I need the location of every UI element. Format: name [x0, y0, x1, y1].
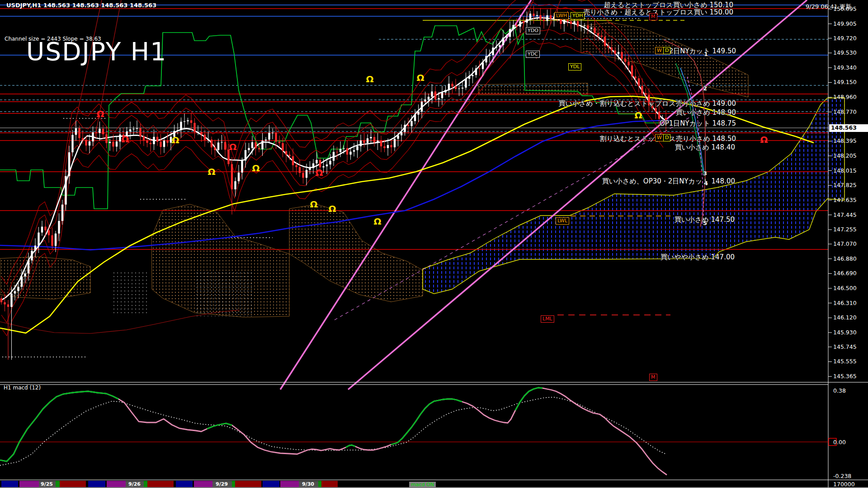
- level-badge-ydh: YDH: [571, 12, 585, 19]
- price-tick: 145.745: [833, 343, 857, 350]
- macd-axis-tick: -0.238: [833, 473, 851, 479]
- level-badge-w: W: [655, 134, 664, 141]
- level-badge-ydl: YDL: [568, 63, 581, 70]
- order-annotation: 買いやや小さめ 147.00: [660, 253, 735, 262]
- macd-on-badge[interactable]: macd ON: [409, 482, 436, 488]
- signal-marker-icon: Ω: [208, 166, 215, 177]
- signal-marker-icon: Ω: [315, 167, 323, 178]
- price-tick: 148.015: [833, 167, 857, 174]
- order-annotation: 買い小さめ 148.40: [675, 143, 735, 152]
- price-tick: 146.690: [833, 270, 857, 277]
- signal-marker-icon: Ω: [252, 163, 259, 174]
- current-price-tag: 148.563: [829, 124, 868, 132]
- price-tick: 148.395: [833, 137, 857, 144]
- order-annotation: 買い小さめ、OP30・2日NYカット 148.00: [602, 177, 735, 186]
- price-tick: 149.530: [833, 49, 857, 56]
- signal-marker-icon: Ω: [328, 203, 336, 214]
- price-tick: 145.555: [833, 358, 857, 365]
- date-label: 9/25: [41, 481, 53, 487]
- wave-count-number: 5: [703, 220, 707, 226]
- level-badge-lwh: LWH: [554, 12, 569, 19]
- date-label: 9/29: [216, 481, 228, 487]
- price-tick: 149.340: [833, 64, 857, 71]
- watermark-title: USDJPY H1: [26, 37, 167, 66]
- level-badge-lml: LML: [541, 315, 554, 323]
- signal-marker-icon: Ω: [171, 135, 179, 145]
- wave-count-number: 3: [703, 170, 707, 177]
- signal-marker-icon: Ω: [634, 110, 642, 121]
- level-badge-lwl: LWL: [556, 217, 569, 225]
- trading-chart-window: USDJPY,H1 148.563 148.563 148.563 148.56…: [0, 0, 868, 488]
- price-tick: 149.905: [833, 20, 857, 27]
- level-badge-m: M: [649, 374, 657, 381]
- signal-marker-icon: Ω: [373, 216, 381, 227]
- price-tick: 147.825: [833, 182, 857, 188]
- level-badge-ydc: YDC: [526, 51, 540, 58]
- signal-marker-icon: Ω: [96, 108, 104, 119]
- macd-axis-tick: 170000: [833, 481, 855, 488]
- price-tick: 148.960: [833, 94, 857, 100]
- level-badge-d: D: [663, 134, 670, 141]
- price-tick: 148.205: [833, 152, 857, 159]
- signal-marker-icon: Ω: [310, 199, 317, 210]
- price-tick: 147.445: [833, 211, 857, 218]
- chart-canvas[interactable]: [0, 0, 868, 488]
- signal-marker-icon: Ω: [416, 72, 424, 83]
- price-tick: 146.310: [833, 300, 857, 306]
- level-badge-d: D: [663, 47, 670, 54]
- order-annotation: OP2日NYカット 149.50: [660, 47, 736, 56]
- order-annotation: 売り小さめ・超えるとストップロス買い 150.00: [583, 8, 733, 17]
- macd-zero-tag: 0.00: [833, 439, 846, 446]
- price-tick: 147.070: [833, 240, 857, 247]
- wave-count-number: 1: [704, 51, 708, 57]
- price-tick: 146.120: [833, 314, 857, 321]
- date-label: 9/26: [128, 481, 141, 487]
- wave-count-number: 2: [703, 85, 707, 92]
- wave-count-number: 4: [704, 180, 708, 187]
- level-badge-w: W: [655, 47, 664, 54]
- macd-label: H1 macd (12): [4, 385, 41, 391]
- price-tick: 150.095: [833, 5, 857, 12]
- symbol-ohlc-text: USDJPY,H1 148.563 148.563 148.563 148.56…: [6, 2, 156, 9]
- level-badge-m: M: [649, 13, 657, 20]
- signal-marker-icon: Ω: [366, 74, 373, 84]
- signal-marker-icon: Ω: [121, 134, 129, 145]
- level-badge-ydo: YDO: [526, 27, 540, 34]
- macd-axis-tick: 0.38: [833, 387, 846, 394]
- signal-marker-icon: Ω: [760, 134, 768, 145]
- signal-marker-icon: Ω: [229, 141, 236, 152]
- price-tick: 149.720: [833, 35, 857, 42]
- price-tick: 146.500: [833, 285, 857, 291]
- order-annotation: 買い小さめ 148.90: [676, 108, 736, 117]
- price-tick: 147.635: [833, 197, 857, 203]
- price-tick: 145.365: [833, 373, 857, 380]
- date-label: 9/30: [302, 481, 314, 487]
- order-annotation: OP1日NYカット 148.75: [660, 119, 736, 128]
- price-tick: 149.150: [833, 79, 857, 85]
- price-tick: 147.255: [833, 226, 857, 233]
- price-tick: 148.770: [833, 108, 857, 115]
- price-tick: 145.930: [833, 329, 857, 336]
- order-annotation: 買い小さめ・割り込むとストップロス売り小さめ 149.00: [558, 99, 736, 108]
- price-tick: 146.880: [833, 255, 857, 262]
